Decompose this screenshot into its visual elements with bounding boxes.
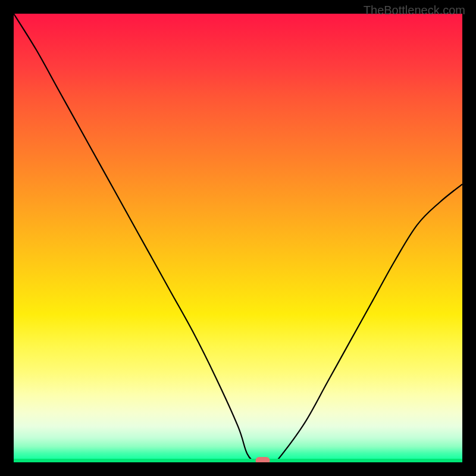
bottleneck-curve-path — [14, 14, 462, 462]
watermark-text: TheBottleneck.com — [364, 4, 465, 17]
optimum-marker — [256, 457, 270, 462]
chart-plot-area — [14, 14, 462, 462]
chart-curve-svg — [14, 14, 462, 462]
